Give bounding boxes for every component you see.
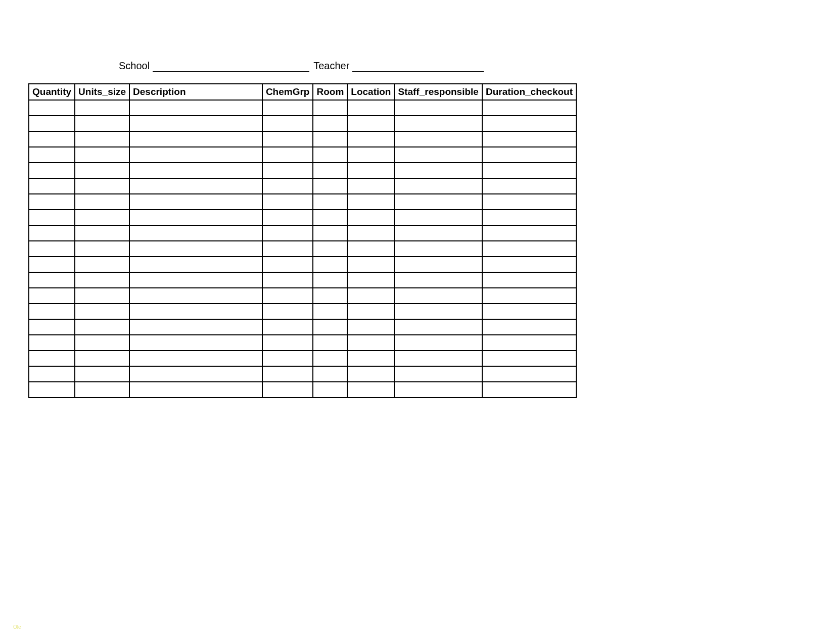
table-cell[interactable]	[313, 210, 347, 225]
table-cell[interactable]	[482, 131, 576, 147]
table-cell[interactable]	[394, 194, 482, 210]
table-cell[interactable]	[394, 116, 482, 131]
table-cell[interactable]	[129, 225, 262, 241]
table-cell[interactable]	[394, 335, 482, 351]
table-cell[interactable]	[313, 131, 347, 147]
table-cell[interactable]	[394, 147, 482, 163]
table-cell[interactable]	[313, 147, 347, 163]
table-cell[interactable]	[29, 319, 75, 335]
table-cell[interactable]	[262, 147, 313, 163]
table-cell[interactable]	[313, 366, 347, 382]
table-cell[interactable]	[347, 100, 394, 116]
table-cell[interactable]	[129, 366, 262, 382]
table-cell[interactable]	[75, 131, 129, 147]
table-cell[interactable]	[129, 147, 262, 163]
table-cell[interactable]	[75, 194, 129, 210]
table-cell[interactable]	[29, 366, 75, 382]
table-cell[interactable]	[129, 272, 262, 288]
table-cell[interactable]	[262, 335, 313, 351]
table-cell[interactable]	[29, 210, 75, 225]
table-cell[interactable]	[75, 147, 129, 163]
table-cell[interactable]	[262, 351, 313, 366]
table-cell[interactable]	[347, 194, 394, 210]
table-cell[interactable]	[262, 100, 313, 116]
table-cell[interactable]	[394, 225, 482, 241]
table-cell[interactable]	[75, 335, 129, 351]
table-cell[interactable]	[262, 319, 313, 335]
table-cell[interactable]	[347, 210, 394, 225]
table-row[interactable]	[29, 272, 576, 288]
table-cell[interactable]	[75, 272, 129, 288]
table-cell[interactable]	[482, 257, 576, 272]
table-cell[interactable]	[75, 304, 129, 319]
table-cell[interactable]	[347, 241, 394, 257]
table-cell[interactable]	[129, 304, 262, 319]
table-cell[interactable]	[347, 319, 394, 335]
table-cell[interactable]	[129, 257, 262, 272]
table-cell[interactable]	[347, 351, 394, 366]
table-cell[interactable]	[347, 382, 394, 398]
table-cell[interactable]	[29, 351, 75, 366]
table-row[interactable]	[29, 116, 576, 131]
table-cell[interactable]	[129, 131, 262, 147]
table-row[interactable]	[29, 241, 576, 257]
table-cell[interactable]	[482, 319, 576, 335]
table-cell[interactable]	[347, 257, 394, 272]
table-cell[interactable]	[29, 382, 75, 398]
table-cell[interactable]	[75, 225, 129, 241]
table-cell[interactable]	[394, 178, 482, 194]
table-cell[interactable]	[75, 178, 129, 194]
table-cell[interactable]	[482, 163, 576, 178]
table-cell[interactable]	[29, 131, 75, 147]
table-cell[interactable]	[394, 272, 482, 288]
table-cell[interactable]	[29, 100, 75, 116]
table-cell[interactable]	[394, 351, 482, 366]
table-row[interactable]	[29, 100, 576, 116]
table-cell[interactable]	[482, 210, 576, 225]
table-row[interactable]	[29, 366, 576, 382]
table-cell[interactable]	[313, 319, 347, 335]
table-cell[interactable]	[129, 100, 262, 116]
table-cell[interactable]	[262, 382, 313, 398]
table-cell[interactable]	[313, 257, 347, 272]
table-cell[interactable]	[29, 178, 75, 194]
table-cell[interactable]	[482, 147, 576, 163]
table-cell[interactable]	[313, 116, 347, 131]
table-cell[interactable]	[347, 272, 394, 288]
table-cell[interactable]	[75, 241, 129, 257]
table-cell[interactable]	[75, 163, 129, 178]
table-row[interactable]	[29, 257, 576, 272]
table-cell[interactable]	[313, 194, 347, 210]
table-cell[interactable]	[129, 210, 262, 225]
table-row[interactable]	[29, 147, 576, 163]
table-cell[interactable]	[482, 382, 576, 398]
table-cell[interactable]	[394, 382, 482, 398]
table-cell[interactable]	[129, 178, 262, 194]
table-cell[interactable]	[482, 241, 576, 257]
table-cell[interactable]	[394, 304, 482, 319]
table-cell[interactable]	[75, 351, 129, 366]
table-cell[interactable]	[394, 131, 482, 147]
table-cell[interactable]	[262, 304, 313, 319]
table-cell[interactable]	[29, 116, 75, 131]
table-cell[interactable]	[347, 335, 394, 351]
table-cell[interactable]	[394, 319, 482, 335]
table-cell[interactable]	[29, 257, 75, 272]
table-cell[interactable]	[313, 241, 347, 257]
table-cell[interactable]	[129, 288, 262, 304]
table-row[interactable]	[29, 319, 576, 335]
table-cell[interactable]	[313, 335, 347, 351]
table-cell[interactable]	[482, 304, 576, 319]
table-cell[interactable]	[347, 288, 394, 304]
table-cell[interactable]	[29, 304, 75, 319]
table-cell[interactable]	[29, 163, 75, 178]
table-row[interactable]	[29, 225, 576, 241]
table-cell[interactable]	[75, 382, 129, 398]
table-cell[interactable]	[129, 163, 262, 178]
table-cell[interactable]	[347, 366, 394, 382]
table-cell[interactable]	[29, 335, 75, 351]
table-cell[interactable]	[347, 147, 394, 163]
table-cell[interactable]	[394, 163, 482, 178]
table-cell[interactable]	[262, 272, 313, 288]
table-cell[interactable]	[394, 100, 482, 116]
